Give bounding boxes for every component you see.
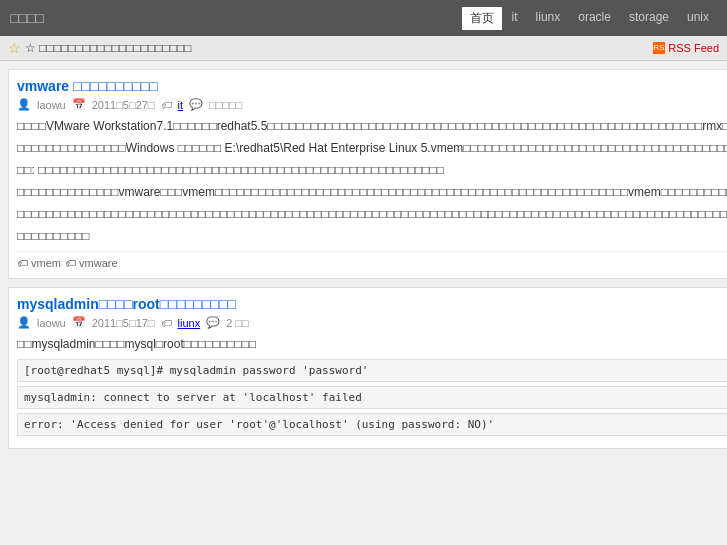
post-tag[interactable]: 🏷 vmem bbox=[17, 257, 61, 269]
nav-tab-首页[interactable]: 首页 bbox=[462, 7, 502, 30]
post-category[interactable]: liunx bbox=[178, 317, 201, 329]
post-body-0: □□□□VMware Workstation7.1□□□□□□redhat5.5… bbox=[17, 117, 727, 245]
post-para: □□□□□□□□□□□□□□□Windows □□□□□□ E:\redhat5… bbox=[17, 139, 727, 157]
nav-tab-it[interactable]: it bbox=[504, 7, 526, 30]
rss-label: RSS Feed bbox=[668, 42, 719, 54]
post-category[interactable]: it bbox=[178, 99, 184, 111]
post-para: □□: □□□□□□□□□□□□□□□□□□□□□□□□□□□□□□□□□□□□… bbox=[17, 161, 727, 179]
rss-icon: RSS bbox=[653, 42, 665, 54]
post-date: 2011□5□17□ bbox=[92, 317, 155, 329]
comment-icon: 💬 bbox=[206, 316, 220, 329]
post-comments: □□□□□ bbox=[209, 99, 242, 111]
user-icon: 👤 bbox=[17, 98, 31, 111]
breadcrumb: ☆ ☆ □□□□□□□□□□□□□□□□□□□□□ bbox=[8, 40, 192, 56]
post-para: □□mysqladmin□□□□mysql□root□□□□□□□□□□ bbox=[17, 335, 727, 353]
user-icon: 👤 bbox=[17, 316, 31, 329]
star-icon: ☆ bbox=[8, 40, 21, 56]
nav-tab-unix[interactable]: unix bbox=[679, 7, 717, 30]
post-para: □□□□□□□□□□□□□□vmware□□□vmem□□□□□□□□□□□□□… bbox=[17, 183, 727, 201]
tag-list: 🏷 vmem🏷 vmware bbox=[17, 257, 118, 269]
site-title: □□□□ bbox=[10, 10, 44, 26]
tag-icon: 🏷 bbox=[65, 257, 76, 269]
nav-tab-oracle[interactable]: oracle bbox=[570, 7, 619, 30]
breadcrumb-bar: ☆ ☆ □□□□□□□□□□□□□□□□□□□□□ RSS RSS Feed bbox=[0, 36, 727, 61]
post-author: laowu bbox=[37, 317, 66, 329]
post-para: □□□□□□□□□□ bbox=[17, 227, 727, 245]
comment-icon: 💬 bbox=[189, 98, 203, 111]
calendar-icon: 📅 bbox=[72, 98, 86, 111]
post-tag[interactable]: 🏷 vmware bbox=[65, 257, 118, 269]
post-meta-0: 👤laowu📅2011□5□27□🏷it💬□□□□□ bbox=[17, 98, 727, 111]
post-comments: 2 □□ bbox=[226, 317, 248, 329]
post-body-1: □□mysqladmin□□□□mysql□root□□□□□□□□□□ bbox=[17, 335, 727, 353]
tag-icon: 🏷 bbox=[17, 257, 28, 269]
category-icon: 🏷 bbox=[161, 317, 172, 329]
rss-link[interactable]: RSS RSS Feed bbox=[653, 42, 719, 54]
post-tags-bar-0: 🏷 vmem🏷 vmware➤ bbox=[17, 251, 727, 270]
calendar-icon: 📅 bbox=[72, 316, 86, 329]
nav-tab-liunx[interactable]: liunx bbox=[528, 7, 569, 30]
main-layout: vmware □□□□□□□□□□👤laowu📅2011□5□27□🏷it💬□□… bbox=[0, 61, 727, 501]
post-author: laowu bbox=[37, 99, 66, 111]
content-area: vmware □□□□□□□□□□👤laowu📅2011□5□27□🏷it💬□□… bbox=[0, 61, 727, 501]
post-date: 2011□5□27□ bbox=[92, 99, 155, 111]
code-line: error: 'Access denied for user 'root'@'l… bbox=[17, 413, 727, 436]
post-para: □□□□VMware Workstation7.1□□□□□□redhat5.5… bbox=[17, 117, 727, 135]
code-line: [root@redhat5 mysql]# mysqladmin passwor… bbox=[17, 359, 727, 382]
breadcrumb-text: ☆ □□□□□□□□□□□□□□□□□□□□□ bbox=[25, 41, 192, 55]
header: □□□□ 首页itliunxoraclestorageunix bbox=[0, 0, 727, 36]
post-meta-1: 👤laowu📅2011□5□17□🏷liunx💬2 □□ bbox=[17, 316, 727, 329]
nav-tab-storage[interactable]: storage bbox=[621, 7, 677, 30]
post-title-1[interactable]: mysqladmin□□□□root□□□□□□□□□ bbox=[17, 296, 727, 312]
code-line: mysqladmin: connect to server at 'localh… bbox=[17, 386, 727, 409]
post-para: □□□□□□□□□□□□□□□□□□□□□□□□□□□□□□□□□□□□□□□□… bbox=[17, 205, 727, 223]
post-title-0[interactable]: vmware □□□□□□□□□□ bbox=[17, 78, 727, 94]
nav-tabs: 首页itliunxoraclestorageunix bbox=[462, 7, 717, 30]
post-1: mysqladmin□□□□root□□□□□□□□□👤laowu📅2011□5… bbox=[8, 287, 727, 449]
category-icon: 🏷 bbox=[161, 99, 172, 111]
post-0: vmware □□□□□□□□□□👤laowu📅2011□5□27□🏷it💬□□… bbox=[8, 69, 727, 279]
